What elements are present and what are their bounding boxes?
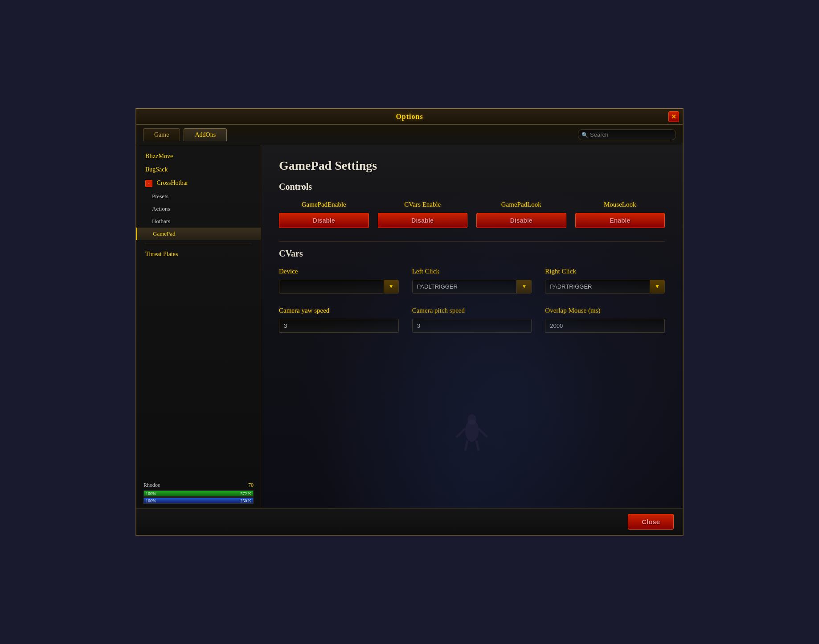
footer-bar: Close	[136, 508, 683, 535]
gamepad-look-label: GamePadLook	[501, 201, 541, 208]
player-name-row: Rhodoe 70	[140, 481, 257, 489]
svg-line-4	[465, 440, 467, 451]
cvars-enable-label: CVars Enable	[404, 201, 441, 208]
sidebar: BlizzMove BugSack - CrossHotbar Presets …	[136, 145, 261, 508]
close-button[interactable]: Close	[628, 514, 674, 530]
page-title: GamePad Settings	[279, 159, 665, 173]
right-click-dropdown-arrow: ▼	[650, 280, 664, 293]
overlap-mouse-label: Overlap Mouse (ms)	[545, 307, 665, 314]
sidebar-subitem-presets[interactable]: Presets	[136, 190, 261, 203]
hp-bar-container: 100% 572 K	[143, 490, 254, 497]
svg-line-3	[479, 428, 487, 437]
sidebar-divider	[145, 244, 252, 244]
cvars-enable-button[interactable]: Disable	[378, 213, 468, 228]
window-close-button[interactable]: ✕	[668, 111, 679, 122]
device-dropdown[interactable]	[279, 280, 384, 293]
mana-bar-container: 100% 250 K	[143, 497, 254, 504]
cvars-section: Device ▼ Left Click PADL	[279, 268, 665, 333]
svg-line-2	[456, 428, 465, 437]
mana-percent: 100%	[146, 498, 156, 504]
camera-pitch-label: Camera pitch speed	[412, 307, 532, 314]
tab-addons[interactable]: AddOns	[184, 128, 227, 141]
title-bar: Options ✕	[136, 109, 683, 125]
creature-silhouette	[454, 408, 490, 455]
mana-bar	[144, 498, 253, 503]
mana-value: 250 K	[240, 498, 251, 504]
hp-percent: 100%	[146, 491, 156, 497]
tabs-container: Game AddOns	[143, 128, 229, 141]
sidebar-item-bugsack[interactable]: BugSack	[136, 163, 261, 176]
cvars-row-1: Device ▼ Left Click PADL	[279, 268, 665, 293]
cvar-camera-yaw: Camera yaw speed	[279, 307, 399, 333]
gamepad-enable-label: GamePadEnable	[302, 201, 346, 208]
gamepad-look-button[interactable]: Disable	[476, 213, 566, 228]
section-divider	[279, 241, 665, 242]
right-click-dropdown[interactable]: PADRTRIGGER	[545, 280, 650, 293]
sidebar-item-crosshotbar[interactable]: - CrossHotbar	[136, 176, 261, 190]
control-mouselook: MouseLook Enable	[575, 201, 665, 228]
cvars-row-2: Camera yaw speed Camera pitch speed Over…	[279, 307, 665, 333]
camera-yaw-input[interactable]	[279, 319, 399, 333]
left-click-dropdown[interactable]: PADLTRIGGER	[413, 280, 517, 293]
cvars-section-title: CVars	[279, 249, 665, 259]
cvar-camera-pitch: Camera pitch speed	[412, 307, 532, 333]
controls-grid: GamePadEnable Disable CVars Enable Disab…	[279, 201, 665, 228]
sidebar-item-threatplates[interactable]: Threat Plates	[136, 248, 261, 261]
search-icon: 🔍	[581, 131, 588, 138]
gamepad-enable-button[interactable]: Disable	[279, 213, 369, 228]
svg-line-5	[476, 440, 479, 451]
sidebar-crosshotbar-label: CrossHotbar	[157, 179, 188, 186]
control-gamepad-look: GamePadLook Disable	[476, 201, 566, 228]
left-click-label: Left Click	[412, 268, 532, 275]
hp-value: 572 K	[240, 491, 251, 497]
overlap-mouse-input[interactable]	[545, 319, 665, 333]
window-title: Options	[396, 113, 423, 120]
player-name: Rhodoe	[143, 482, 160, 489]
cvar-overlap-mouse: Overlap Mouse (ms)	[545, 307, 665, 333]
sidebar-subitem-hotbars[interactable]: Hotbars	[136, 215, 261, 228]
mouselook-button[interactable]: Enable	[575, 213, 665, 228]
device-label: Device	[279, 268, 399, 275]
main-content: BlizzMove BugSack - CrossHotbar Presets …	[136, 145, 683, 508]
camera-pitch-input[interactable]	[412, 319, 532, 333]
sidebar-subitem-actions[interactable]: Actions	[136, 203, 261, 215]
cvar-device: Device ▼	[279, 268, 399, 293]
hp-bar	[144, 491, 253, 496]
svg-point-1	[467, 414, 476, 425]
sidebar-subitem-gamepad[interactable]: GamePad	[136, 228, 261, 240]
control-gamepad-enable: GamePadEnable Disable	[279, 201, 369, 228]
control-cvars-enable: CVars Enable Disable	[378, 201, 468, 228]
options-window: Options ✕ Game AddOns 🔍 BlizzMove BugSac…	[135, 108, 684, 536]
cvar-left-click: Left Click PADLTRIGGER ▼	[412, 268, 532, 293]
player-info: Rhodoe 70 100% 572 K 100% 250 K	[136, 477, 261, 508]
search-input[interactable]	[578, 129, 676, 140]
tab-search-row: Game AddOns 🔍	[136, 125, 683, 145]
tab-game[interactable]: Game	[143, 128, 180, 141]
left-click-dropdown-arrow: ▼	[516, 280, 531, 293]
cvar-right-click: Right Click PADRTRIGGER ▼	[545, 268, 665, 293]
right-click-dropdown-container: PADRTRIGGER ▼	[545, 280, 665, 293]
controls-section-title: Controls	[279, 182, 665, 192]
mouselook-label: MouseLook	[604, 201, 636, 208]
device-dropdown-arrow: ▼	[384, 280, 398, 293]
camera-yaw-label: Camera yaw speed	[279, 307, 399, 314]
content-area: GamePad Settings Controls GamePadEnable …	[261, 145, 683, 508]
device-dropdown-container: ▼	[279, 280, 399, 293]
right-click-label: Right Click	[545, 268, 665, 275]
left-click-dropdown-container: PADLTRIGGER ▼	[412, 280, 532, 293]
player-level: 70	[248, 482, 254, 489]
sidebar-item-blizzmove[interactable]: BlizzMove	[136, 150, 261, 163]
search-wrapper: 🔍	[578, 129, 676, 140]
crosshotbar-icon: -	[145, 180, 152, 187]
